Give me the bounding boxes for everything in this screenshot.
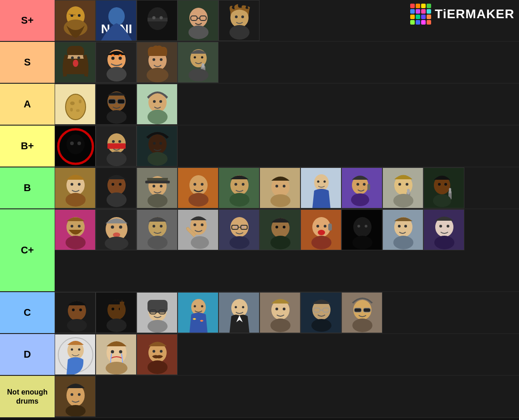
list-item [423,167,464,208]
svg-point-118 [356,183,359,186]
svg-point-43 [201,56,204,59]
svg-point-24 [229,25,249,40]
list-item [55,292,96,333]
list-item [96,209,137,250]
svg-point-241 [106,362,127,374]
svg-point-149 [160,225,163,228]
svg-point-172 [324,225,326,228]
tier-label-ne: Not enough drums [0,376,55,417]
tier-row-s: S [0,42,519,84]
tiermaker-logo: TiERMAKER [410,4,514,25]
list-item [96,167,137,208]
svg-point-218 [275,308,278,310]
list-item [300,209,341,250]
svg-point-190 [434,236,454,249]
tier-items-s [55,42,519,83]
svg-point-37 [153,58,155,61]
tier-label-d: D [0,334,55,375]
tier-row-a: A [0,84,519,126]
svg-point-94 [160,185,163,187]
list-item [300,292,341,333]
svg-point-98 [193,183,196,186]
svg-point-219 [283,308,285,310]
svg-point-244 [153,350,155,353]
list-item [96,126,137,167]
svg-point-142 [111,226,114,229]
svg-point-194 [79,309,82,311]
list-item [178,209,219,250]
svg-point-13 [160,16,163,20]
tier-row-cp: C+ [0,209,519,292]
svg-rect-56 [117,99,125,104]
list-item [178,167,219,208]
list-item [55,209,96,250]
svg-point-76 [148,134,167,154]
tier-items-a [55,84,519,125]
svg-point-8 [108,7,125,25]
svg-point-153 [193,223,196,226]
svg-point-150 [148,236,168,249]
tier-label-bp: B+ [0,126,55,167]
tier-label-cp: C+ [0,209,55,291]
svg-point-119 [363,183,366,186]
svg-point-99 [201,183,204,186]
svg-point-12 [153,16,156,20]
svg-point-246 [148,360,168,374]
svg-point-240 [119,350,122,354]
svg-point-226 [311,319,331,332]
tier-label-a: A [0,84,55,125]
svg-point-46 [188,69,209,81]
svg-point-109 [283,185,285,187]
svg-point-185 [393,236,413,249]
tier-row-bp: B+ [0,126,519,167]
svg-point-112 [314,174,329,191]
svg-point-220 [270,319,290,332]
svg-point-78 [159,142,162,145]
tier-label-c: C [0,292,55,333]
logo-text: TiERMAKER [435,7,514,21]
svg-point-27 [71,56,74,59]
svg-point-171 [316,225,319,228]
svg-point-236 [78,349,81,351]
list-item [137,84,178,125]
list-item [178,0,219,41]
svg-point-72 [112,140,115,143]
svg-point-39 [147,68,168,82]
svg-point-251 [66,405,86,417]
svg-point-103 [234,183,237,186]
svg-point-52 [70,108,73,111]
list-item [55,376,96,417]
svg-point-167 [283,226,285,228]
svg-point-87 [112,183,114,186]
svg-point-61 [153,100,156,103]
list-item [55,42,96,83]
list-item [137,42,178,83]
svg-point-184 [404,225,407,228]
svg-point-193 [72,309,75,311]
svg-point-28 [77,56,80,59]
svg-point-124 [406,183,408,186]
list-item [260,167,300,208]
svg-point-210 [194,305,196,308]
tier-items-cp [55,209,519,291]
list-item [137,0,178,41]
tier-items-c [55,292,519,333]
svg-point-83 [78,183,81,186]
svg-point-19 [188,25,209,39]
svg-point-127 [393,194,413,207]
svg-point-161 [235,226,237,228]
tier-items-ne [55,376,519,417]
list-item [137,292,178,333]
svg-point-23 [241,15,244,18]
svg-point-134 [433,194,451,207]
tier-row-c: C [0,292,519,334]
list-item [137,126,178,167]
svg-point-138 [78,225,81,228]
svg-point-79 [148,152,168,166]
list-item [382,167,423,208]
svg-point-97 [189,175,208,195]
svg-point-213 [231,299,248,317]
svg-point-88 [119,183,122,186]
svg-point-110 [270,194,290,207]
list-item [341,292,382,333]
